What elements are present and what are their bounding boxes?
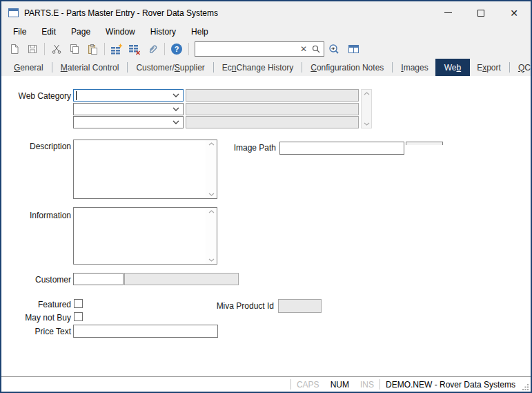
menu-bar: FileEditPageWindowHistoryHelp <box>1 24 531 39</box>
scroll-up-icon[interactable] <box>364 92 370 95</box>
tab-web[interactable]: Web <box>435 59 470 76</box>
tab-qc[interactable]: QC <box>511 59 532 76</box>
web-category-scrollbar[interactable] <box>361 89 372 128</box>
tab-separator <box>52 62 52 73</box>
chevron-down-icon <box>173 120 179 124</box>
menu-page[interactable]: Page <box>63 25 98 39</box>
help-button[interactable]: ? <box>168 41 186 57</box>
tab-separator <box>302 62 302 73</box>
insert-mode-indicator: INS <box>355 380 380 390</box>
grid-view-button[interactable] <box>345 41 363 57</box>
attachment-button[interactable] <box>144 41 161 57</box>
close-icon: ✕ <box>510 8 518 18</box>
web-category-label: Web Category <box>1 91 71 101</box>
information-scrollbar[interactable] <box>206 208 217 264</box>
tab-export[interactable]: Export <box>470 59 508 76</box>
tab-general[interactable]: General <box>7 59 50 76</box>
price-text-label: Price Text <box>1 327 71 336</box>
image-path-label: Image Path <box>228 143 276 153</box>
customer-label: Customer <box>1 275 71 285</box>
new-document-button[interactable] <box>6 41 23 57</box>
lookup-magnifier-eye-icon <box>328 44 342 55</box>
tabs: GeneralMaterial ControlCustomer/Supplier… <box>7 59 532 76</box>
form-area: Web Category Description Image Path <box>1 76 531 376</box>
toolbar-separator <box>188 43 189 55</box>
delete-rows-icon <box>128 44 141 55</box>
customer-display <box>124 273 239 285</box>
minimize-button[interactable] <box>431 1 464 24</box>
web-category-combo-2[interactable] <box>73 103 184 115</box>
scroll-up-icon[interactable] <box>208 142 215 146</box>
menu-window[interactable]: Window <box>98 25 143 39</box>
paperclip-icon <box>147 44 158 55</box>
description-field <box>73 140 217 199</box>
clear-search-icon[interactable]: ✕ <box>296 45 311 53</box>
web-category-display-3 <box>186 116 359 128</box>
tab-separator <box>392 62 393 73</box>
cut-button[interactable] <box>48 41 66 57</box>
tab-configuration-notes[interactable]: Configuration Notes <box>304 59 391 76</box>
tab-separator <box>213 62 214 73</box>
may-not-buy-label: May not Buy <box>1 313 71 323</box>
scroll-down-icon[interactable] <box>364 122 370 126</box>
close-button[interactable]: ✕ <box>497 1 531 24</box>
search-magnifier-icon[interactable] <box>311 44 324 54</box>
app-icon <box>8 8 19 17</box>
cut-scissors-icon <box>51 44 62 55</box>
caps-lock-indicator: CAPS <box>291 380 325 390</box>
status-context: DEMO.NEW - Rover Data Systems <box>380 380 521 390</box>
num-lock-indicator: NUM <box>325 380 355 390</box>
information-label: Information <box>1 211 71 220</box>
information-textarea[interactable] <box>74 208 205 264</box>
description-textarea[interactable] <box>74 140 205 198</box>
maximize-button[interactable] <box>464 1 497 24</box>
scroll-up-icon[interactable] <box>208 210 215 213</box>
copy-icon <box>69 44 80 55</box>
web-category-combo-1[interactable] <box>73 89 184 102</box>
status-bar: CAPS NUM INS DEMO.NEW - Rover Data Syste… <box>1 376 531 392</box>
tab-material-control[interactable]: Material Control <box>54 59 126 76</box>
tab-ecn-change-history[interactable]: Ecn Change History <box>215 59 300 76</box>
minimize-icon <box>444 12 452 13</box>
save-icon <box>27 44 38 55</box>
resize-grip-icon <box>522 383 529 390</box>
web-category-combo-3[interactable] <box>73 116 184 128</box>
miva-product-id-label: Miva Product Id <box>204 301 274 311</box>
save-button[interactable] <box>23 41 41 57</box>
toolbar-separator <box>44 43 45 55</box>
search-box: ✕ <box>195 41 324 57</box>
paste-clipboard-icon <box>87 44 98 55</box>
featured-checkbox[interactable] <box>74 299 83 308</box>
window-title: PARTS.E - Parts Master Entry - Rover Dat… <box>24 8 218 18</box>
menu-help[interactable]: Help <box>184 25 216 39</box>
toolbar: ? ✕ <box>1 39 531 59</box>
menu-history[interactable]: History <box>143 25 184 39</box>
miva-product-id-display <box>278 299 322 313</box>
new-document-icon <box>9 44 20 55</box>
clipped-field-fragment <box>406 142 443 145</box>
tab-customer-supplier[interactable]: Customer/Supplier <box>129 59 211 76</box>
web-category-display-2 <box>186 103 359 115</box>
grid-view-icon <box>348 44 360 55</box>
insert-rows-button[interactable] <box>108 41 126 57</box>
menu-file[interactable]: File <box>6 25 34 39</box>
web-category-display-1 <box>186 89 359 102</box>
may-not-buy-checkbox[interactable] <box>74 312 83 321</box>
price-text-input[interactable] <box>73 325 218 338</box>
delete-rows-button[interactable] <box>126 41 144 57</box>
advanced-lookup-button[interactable] <box>324 41 345 57</box>
resize-grip[interactable] <box>521 377 531 392</box>
menu-edit[interactable]: Edit <box>34 25 63 39</box>
app-window: PARTS.E - Parts Master Entry - Rover Dat… <box>0 0 532 393</box>
copy-button[interactable] <box>66 41 83 57</box>
tab-separator <box>509 62 510 73</box>
customer-input[interactable] <box>73 273 124 285</box>
search-input[interactable] <box>195 42 296 56</box>
tab-images[interactable]: Images <box>394 59 435 76</box>
scroll-down-icon[interactable] <box>208 193 215 196</box>
paste-button[interactable] <box>83 41 101 57</box>
scroll-down-icon[interactable] <box>208 258 215 262</box>
image-path-input[interactable] <box>279 142 404 155</box>
description-scrollbar[interactable] <box>206 140 217 198</box>
maximize-icon <box>477 10 484 17</box>
